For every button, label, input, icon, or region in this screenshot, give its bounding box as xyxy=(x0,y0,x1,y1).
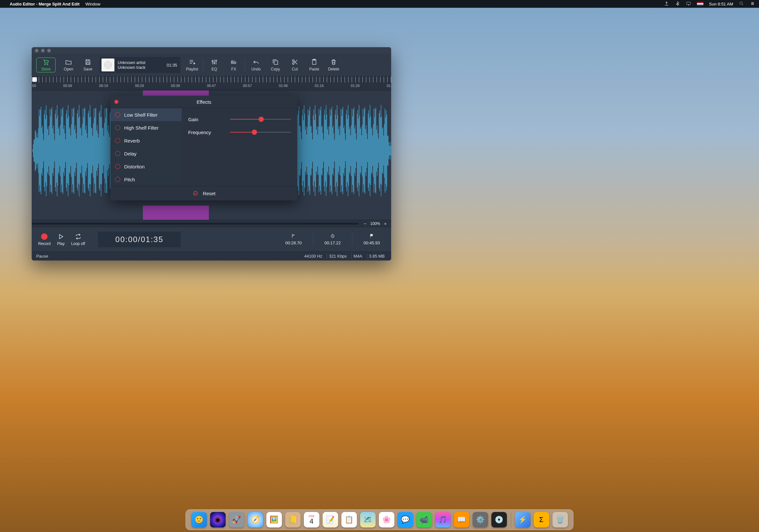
zoom-out-button[interactable]: − xyxy=(362,221,368,226)
svg-rect-442 xyxy=(310,106,310,195)
bluetooth-icon[interactable] xyxy=(675,1,680,7)
svg-rect-441 xyxy=(309,111,309,191)
cut-button[interactable]: Cut xyxy=(285,55,304,75)
svg-rect-468 xyxy=(327,114,327,186)
svg-rect-481 xyxy=(335,114,335,186)
svg-rect-111 xyxy=(96,108,96,193)
svg-rect-515 xyxy=(357,114,357,187)
close-icon[interactable] xyxy=(114,100,118,104)
svg-rect-535 xyxy=(370,105,370,197)
slider-knob[interactable] xyxy=(259,117,264,122)
svg-rect-427 xyxy=(300,126,300,175)
selection-region-bottom[interactable] xyxy=(143,206,209,220)
svg-rect-522 xyxy=(361,135,362,166)
messages-app-icon[interactable]: 💬 xyxy=(398,512,413,527)
svg-rect-432 xyxy=(303,120,303,181)
zoom-in-button[interactable]: + xyxy=(382,221,388,226)
effect-item[interactable]: Delay xyxy=(110,147,182,160)
svg-rect-438 xyxy=(307,127,307,174)
reset-button[interactable]: Reset xyxy=(110,186,298,200)
record-button[interactable]: Record xyxy=(38,233,51,246)
audio-editor-app-icon[interactable]: 💿 xyxy=(491,512,507,527)
delete-button[interactable]: Delete xyxy=(324,55,343,75)
svg-rect-518 xyxy=(359,105,359,196)
notes-app-icon[interactable]: 📝 xyxy=(323,512,338,527)
store-button[interactable]: Store xyxy=(36,57,56,72)
maps-app-icon[interactable]: 🗺️ xyxy=(360,512,376,527)
svg-point-6 xyxy=(216,60,217,61)
preview-app-icon[interactable]: 🖼️ xyxy=(266,512,282,527)
effects-sliders: GainFrequency xyxy=(182,108,298,186)
ibooks-app-icon[interactable]: 📖 xyxy=(454,512,469,527)
svg-rect-76 xyxy=(73,109,73,192)
svg-rect-439 xyxy=(308,109,308,192)
timeline-ruler[interactable]: 00:0000:0900:1900:2800:3800:4700:5701:06… xyxy=(32,76,391,91)
svg-rect-541 xyxy=(374,109,374,193)
minimize-icon[interactable] xyxy=(41,49,45,52)
svg-rect-506 xyxy=(351,125,351,176)
paste-button[interactable]: Paste xyxy=(304,55,324,75)
menu-list-icon[interactable] xyxy=(750,1,755,7)
reminders-app-icon[interactable]: 📋 xyxy=(341,512,357,527)
airplay-icon[interactable] xyxy=(686,1,691,7)
playlist-button[interactable]: Playlist xyxy=(182,55,202,75)
svg-rect-102 xyxy=(90,105,90,197)
svg-rect-89 xyxy=(81,135,82,166)
svg-rect-39 xyxy=(49,126,50,176)
fx-button[interactable]: FX xyxy=(224,55,243,75)
slider-knob[interactable] xyxy=(252,130,257,135)
svg-rect-490 xyxy=(341,109,341,192)
calendar-app-icon[interactable]: FEB4 xyxy=(304,512,319,527)
svg-rect-63 xyxy=(65,133,65,168)
scroll-track[interactable] xyxy=(32,223,358,225)
svg-rect-113 xyxy=(97,126,97,176)
play-button[interactable]: Play xyxy=(57,233,65,246)
open-button[interactable]: Open xyxy=(59,55,78,75)
svg-rect-60 xyxy=(63,107,63,194)
trash-icon[interactable]: 🗑️ xyxy=(552,512,568,527)
window-titlebar[interactable] xyxy=(32,47,391,54)
undo-button[interactable]: Undo xyxy=(246,55,266,75)
thunderbolt-app-icon[interactable]: ⚡ xyxy=(515,512,531,527)
menubar-window-menu[interactable]: Window xyxy=(85,2,100,7)
facetime-app-icon[interactable]: 📹 xyxy=(416,512,432,527)
svg-rect-7 xyxy=(274,61,278,64)
siri-app-icon[interactable]: ◉ xyxy=(210,512,226,527)
timeline-label: 00:47 xyxy=(207,84,216,88)
loop-button[interactable]: Loop off xyxy=(71,233,85,246)
slider-track[interactable] xyxy=(230,132,291,133)
close-icon[interactable] xyxy=(35,49,38,52)
launchpad-app-icon[interactable]: 🚀 xyxy=(229,512,244,527)
effect-item[interactable]: Pitch xyxy=(110,173,182,186)
itunes-app-icon[interactable]: 🎵 xyxy=(435,512,451,527)
effects-panel-header[interactable]: Effects xyxy=(110,96,298,108)
svg-rect-491 xyxy=(341,116,342,185)
save-button[interactable]: Save xyxy=(78,55,98,75)
finder-app-icon[interactable]: 🙂 xyxy=(191,512,207,527)
upload-icon[interactable] xyxy=(664,1,669,7)
svg-rect-472 xyxy=(329,126,329,175)
effect-item[interactable]: Reverb xyxy=(110,134,182,147)
svg-rect-70 xyxy=(69,129,69,172)
safari-app-icon[interactable]: 🧭 xyxy=(248,512,263,527)
settings-app-icon[interactable]: ⚙️ xyxy=(473,512,488,527)
effect-item[interactable]: Distortion xyxy=(110,160,182,173)
effect-item[interactable]: High Shelf Filter xyxy=(110,121,182,134)
spotlight-icon[interactable] xyxy=(739,1,744,7)
menubar-app-name[interactable]: Audio Editor - Merge Split And Edit xyxy=(10,2,80,7)
svg-rect-473 xyxy=(330,109,330,192)
menubar-clock[interactable]: Sun 8:51 AM xyxy=(709,2,733,7)
effect-item[interactable]: Low Shelf Filter xyxy=(110,108,182,121)
copy-button[interactable]: Copy xyxy=(266,55,285,75)
svg-rect-121 xyxy=(102,128,102,173)
photos-app-icon[interactable]: 🌸 xyxy=(379,512,394,527)
contacts-app-icon[interactable]: 📒 xyxy=(285,512,300,527)
slider-track[interactable] xyxy=(230,119,291,120)
zoom-icon[interactable] xyxy=(47,49,51,52)
flag-icon[interactable] xyxy=(697,2,703,6)
eq-button[interactable]: EQ xyxy=(205,55,224,75)
sigma-app-icon[interactable]: Σ xyxy=(534,512,549,527)
svg-rect-16 xyxy=(34,139,35,162)
svg-rect-554 xyxy=(382,128,382,172)
selection-region-top[interactable] xyxy=(143,91,209,96)
